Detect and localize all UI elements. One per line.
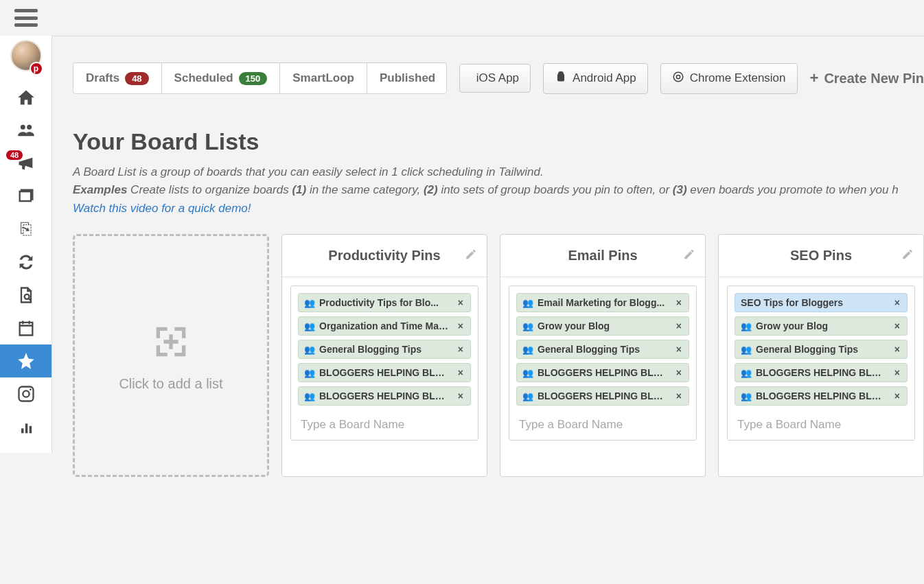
- hamburger-menu-icon[interactable]: [14, 9, 38, 27]
